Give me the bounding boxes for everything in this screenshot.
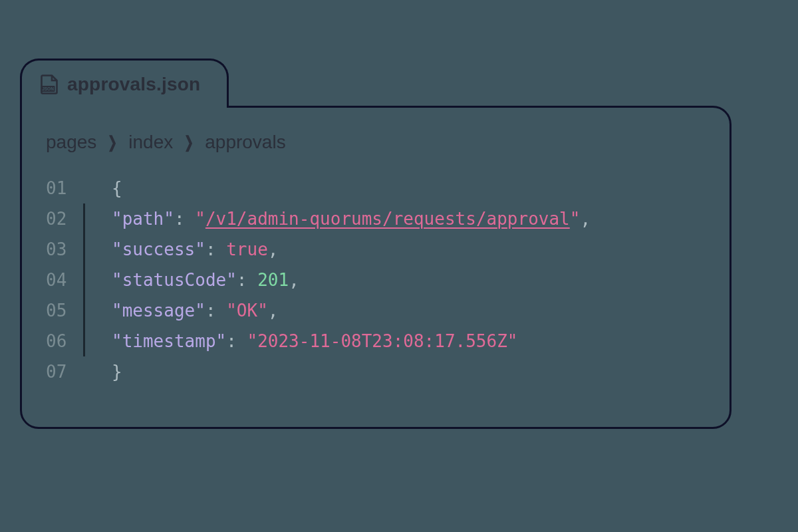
line-number: 07: [46, 356, 82, 387]
indent-guide: [83, 295, 85, 326]
token-p: :: [205, 301, 226, 321]
indent-guide: [83, 265, 85, 295]
breadcrumb-segment[interactable]: approvals: [205, 132, 285, 153]
token-k: "message": [112, 301, 205, 321]
token-p: :: [226, 331, 247, 351]
chevron-right-icon: ❯: [108, 133, 117, 152]
token-s: "2023-11-08T23:08:17.556Z": [247, 331, 518, 351]
line-number: 06: [46, 326, 82, 356]
indent-guide: [83, 203, 85, 234]
line-number: 04: [46, 265, 82, 295]
indent-guide: [83, 326, 85, 356]
code-line[interactable]: 07}: [46, 356, 706, 387]
code-content: "statusCode": 201,: [112, 265, 299, 295]
token-p: :: [174, 209, 195, 229]
chevron-right-icon: ❯: [184, 133, 194, 152]
code-content: }: [112, 356, 122, 387]
filename-label: approvals.json: [67, 74, 200, 95]
code-content: "success": true,: [112, 234, 278, 265]
file-editor: JSON approvals.json pages ❯ index ❯ appr…: [20, 59, 732, 429]
breadcrumb: pages ❯ index ❯ approvals: [46, 132, 706, 153]
code-content: {: [112, 173, 122, 203]
token-k: "statusCode": [112, 270, 237, 290]
token-brace: }: [112, 362, 122, 382]
code-line[interactable]: 05"message": "OK",: [46, 295, 706, 326]
token-p: ,: [268, 239, 279, 259]
token-k: "timestamp": [112, 331, 226, 351]
line-number: 02: [46, 203, 82, 234]
line-number: 05: [46, 295, 82, 326]
token-p: ,: [289, 270, 299, 290]
token-b: true: [226, 239, 268, 259]
code-line[interactable]: 03"success": true,: [46, 234, 706, 265]
breadcrumb-segment[interactable]: pages: [46, 132, 96, 153]
token-p: :: [205, 239, 226, 259]
code-line[interactable]: 02"path": "/v1/admin-quorums/requests/ap…: [46, 203, 706, 234]
editor-body: pages ❯ index ❯ approvals 01{02"path": "…: [20, 106, 732, 429]
token-s: "OK": [226, 301, 268, 321]
svg-text:JSON: JSON: [42, 86, 54, 91]
code-content: "timestamp": "2023-11-08T23:08:17.556Z": [112, 326, 518, 356]
token-n: 201: [257, 270, 289, 290]
token-s: /v1/admin-quorums/requests/approval: [205, 209, 570, 229]
token-p: :: [237, 270, 257, 290]
line-number: 03: [46, 234, 82, 265]
code-line[interactable]: 04"statusCode": 201,: [46, 265, 706, 295]
token-s: ": [570, 209, 581, 229]
code-line[interactable]: 01{: [46, 173, 706, 203]
token-k: "success": [112, 239, 205, 259]
token-p: ,: [268, 301, 279, 321]
line-number: 01: [46, 173, 82, 203]
token-brace: {: [112, 178, 122, 198]
token-s: ": [195, 209, 205, 229]
token-k: "path": [112, 209, 174, 229]
code-content: "message": "OK",: [112, 295, 278, 326]
json-file-icon: JSON: [41, 74, 58, 94]
code-content: "path": "/v1/admin-quorums/requests/appr…: [112, 203, 591, 234]
indent-guide: [83, 234, 85, 265]
file-tab[interactable]: JSON approvals.json: [20, 59, 229, 108]
token-p: ,: [580, 209, 591, 229]
code-line[interactable]: 06"timestamp": "2023-11-08T23:08:17.556Z…: [46, 326, 706, 356]
breadcrumb-segment[interactable]: index: [128, 132, 173, 153]
code-block[interactable]: 01{02"path": "/v1/admin-quorums/requests…: [46, 173, 706, 387]
